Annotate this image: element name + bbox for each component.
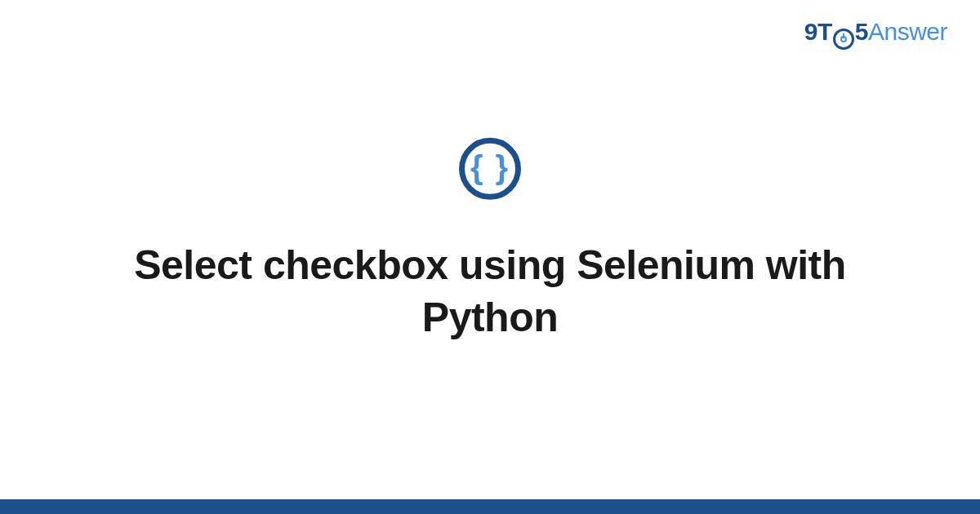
- logo-text-9t: 9T: [804, 18, 832, 46]
- page-title: Select checkbox using Selenium with Pyth…: [82, 239, 898, 343]
- code-braces-icon: { }: [459, 138, 521, 200]
- braces-glyph: { }: [470, 151, 510, 184]
- footer-accent-bar: [0, 499, 980, 514]
- clock-icon: [833, 29, 854, 50]
- site-logo: 9T 5 Answer: [804, 18, 947, 47]
- main-content: { } Select checkbox using Selenium with …: [0, 138, 980, 343]
- logo-text-answer: Answer: [868, 18, 947, 46]
- logo-text-5: 5: [855, 18, 868, 46]
